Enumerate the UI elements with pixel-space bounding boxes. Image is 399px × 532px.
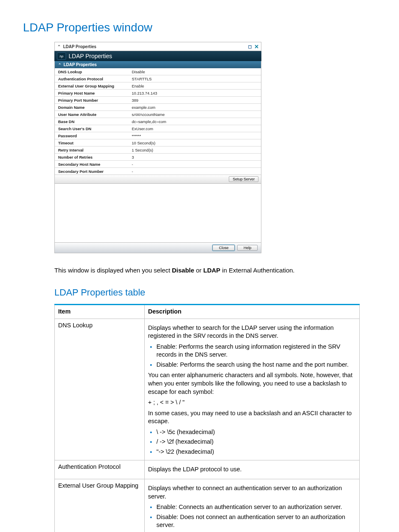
property-row: Password****** [55,132,261,139]
hp-logo-icon: hp [57,52,66,60]
property-key: Retry Interval [55,147,130,153]
panel-header-label: LDAP Properties [64,62,97,67]
property-row: Secondary Host Name- [55,160,261,167]
collapse-icon[interactable]: ⌃ [56,44,61,49]
property-row: Number of Retries3 [55,153,261,160]
property-value: 1 Second(s) [130,147,261,153]
help-button[interactable]: Help [237,245,258,251]
property-value: 3 [130,154,261,160]
property-row: Search User's DNExUser.com [55,125,261,132]
table-row: External User Group Mapping Displays whe… [55,479,360,532]
property-key: Timeout [55,140,130,146]
property-key: Password [55,133,130,139]
property-row: Domain Nameexample.com [55,103,261,111]
property-key: Number of Retries [55,154,130,160]
property-row: DNS LookupDisable [55,68,261,75]
table-header-item: Item [55,305,145,319]
property-key: Primary Port Number [55,98,130,103]
property-value: 10 Second(s) [130,140,261,146]
chevron-up-icon: ⌃ [58,63,61,67]
property-key: Domain Name [55,105,130,110]
property-value: STARTTLS [130,76,261,82]
close-button[interactable]: Close [212,245,235,251]
panel-header[interactable]: ⌃ LDAP Properties [55,61,261,68]
property-value: dc=sample,dc=com [130,119,261,124]
table-cell-item: Authentication Protocol [55,460,145,479]
table-row: Authentication Protocol Displays the LDA… [55,460,360,479]
table-header-description: Description [145,305,360,319]
property-row: Timeout10 Second(s) [55,139,261,146]
banner-title: LDAP Properties [69,53,112,59]
window-empty-area [54,184,261,242]
table-cell-desc: Displays the LDAP protocol to use. [145,460,360,479]
property-key: DNS Lookup [55,69,130,75]
property-value: Enable [130,83,261,89]
close-icon[interactable]: ✕ [253,44,259,49]
property-value: - [130,162,261,167]
section-title: LDAP Properties window [23,21,376,34]
property-row: Authentication ProtocolSTARTTLS [55,75,261,82]
property-key: Search User's DN [55,126,130,131]
table-cell-desc: Displays whether to connect an authentic… [145,479,360,532]
property-row: Base DNdc=sample,dc=com [55,118,261,125]
property-key: Secondary Host Name [55,162,130,167]
property-row: Secondary Port Number- [55,167,261,175]
window-bottom-bar: Close Help [54,242,261,253]
property-value: Disable [130,69,261,75]
property-value: sAMAccountName [130,112,261,117]
ldap-properties-table: Item Description DNS Lookup Displays whe… [54,304,360,532]
property-key: Primary Host Name [55,90,130,96]
table-row: DNS Lookup Displays whether to search fo… [55,319,360,460]
property-row: Primary Port Number389 [55,96,261,103]
table-cell-desc: Displays whether to search for the LDAP … [145,319,360,460]
property-key: Secondary Port Number [55,169,130,174]
property-value: 10.213.74.143 [130,90,261,96]
property-value: example.com [130,105,261,110]
property-row: External User Group MappingEnable [55,82,261,89]
property-key: User Name Attribute [55,112,130,117]
window-title: LDAP Properties [61,44,246,49]
window-titlebar: ⌃ LDAP Properties ◻ ✕ [54,42,261,51]
setup-server-button[interactable]: Setup Server [229,176,258,182]
property-value: - [130,169,261,174]
table-cell-item: DNS Lookup [55,319,145,460]
property-row: Retry Interval1 Second(s) [55,146,261,153]
ldap-properties-panel: ⌃ LDAP Properties DNS LookupDisableAuthe… [54,61,261,184]
restore-icon[interactable]: ◻ [247,44,253,49]
property-key: External User Group Mapping [55,83,130,89]
property-key: Base DN [55,119,130,124]
property-value: 389 [130,98,261,103]
table-cell-item: External User Group Mapping [55,479,145,532]
ldap-properties-window: ⌃ LDAP Properties ◻ ✕ hp LDAP Properties… [54,42,261,253]
subsection-title: LDAP Properties table [54,287,376,298]
body-paragraph: This window is displayed when you select… [54,266,376,275]
property-value: ****** [130,133,261,139]
property-row: Primary Host Name10.213.74.143 [55,89,261,96]
property-key: Authentication Protocol [55,76,130,82]
property-value: ExUser.com [130,126,261,131]
hp-banner: hp LDAP Properties [54,51,261,61]
property-row: User Name AttributesAMAccountName [55,111,261,118]
panel-footer: Setup Server [55,175,261,183]
